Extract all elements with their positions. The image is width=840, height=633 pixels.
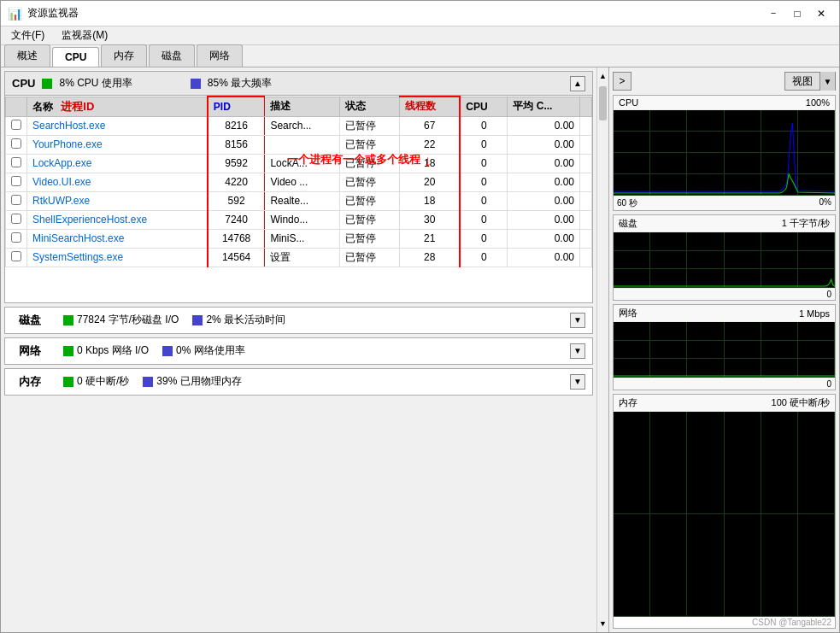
network-graph-title: 网络: [619, 307, 637, 319]
right-panel-header: > 视图 ▼: [613, 71, 836, 91]
network-graph-section: 网络 1 Mbps 0: [613, 304, 836, 390]
main-window: 📊 资源监视器 － □ ✕ 文件(F) 监视器(M) 概述 CPU 内存 磁盘 …: [0, 0, 840, 633]
row-checkbox[interactable]: [6, 191, 27, 210]
grid-cell: [614, 412, 650, 514]
network-expand-button[interactable]: ▼: [570, 343, 585, 359]
disk-graph-footer: 0: [614, 288, 835, 300]
row-status: 已暂停: [339, 135, 399, 154]
memory-graph-header: 内存 100 硬中断/秒: [614, 395, 835, 412]
row-avg: 0.00: [508, 191, 580, 210]
menu-file[interactable]: 文件(F): [4, 26, 51, 44]
memory-stat1-value: 0 硬中断/秒: [77, 374, 129, 389]
memory-blue-indicator: [143, 377, 153, 387]
table-row[interactable]: SystemSettings.exe 14564 设置 已暂停 28 0 0.0…: [6, 248, 592, 267]
row-pid: 14768: [208, 229, 265, 248]
row-desc: Search...: [265, 116, 339, 135]
watermark: CSDN @Tangable22: [614, 617, 835, 628]
right-expand-button[interactable]: >: [613, 72, 631, 91]
network-stat1: 0 Kbps 网络 I/O: [63, 343, 149, 358]
tab-disk[interactable]: 磁盘: [149, 44, 195, 67]
disk-expand-button[interactable]: ▼: [570, 313, 585, 328]
content-area: CPU 8% CPU 使用率 85% 最大频率 ▲ 一个进程有一个或多个线程 ↑: [1, 67, 839, 632]
grid-cell: [798, 412, 835, 514]
memory-graph-label: 100 硬中断/秒: [772, 396, 830, 409]
menu-monitor[interactable]: 监视器(M): [55, 26, 115, 44]
tab-memory[interactable]: 内存: [101, 44, 147, 67]
disk-stat2-value: 2% 最长活动时间: [206, 313, 285, 327]
row-checkbox[interactable]: [6, 248, 27, 267]
cpu-graph-percent: 100%: [806, 97, 830, 108]
cpu-graph-footer-left: 60 秒: [617, 197, 637, 209]
network-stats: 0 Kbps 网络 I/O 0% 网络使用率: [56, 343, 570, 358]
disk-graph-section: 磁盘 1 千字节/秒 0: [613, 214, 836, 301]
disk-graph-svg: [614, 232, 835, 288]
row-status: 已暂停: [339, 173, 399, 191]
row-desc: 设置: [265, 248, 339, 267]
table-row[interactable]: LockApp.exe 9592 LockA... 已暂停 18 0 0.00: [6, 154, 592, 173]
tab-overview[interactable]: 概述: [4, 44, 50, 67]
memory-expand-button[interactable]: ▼: [570, 374, 585, 390]
col-checkbox: [6, 97, 27, 116]
close-button[interactable]: ✕: [810, 5, 832, 22]
col-avg-header: 平均 C...: [508, 97, 580, 116]
cpu-section-header[interactable]: CPU 8% CPU 使用率 85% 最大频率 ▲: [5, 72, 592, 96]
row-status: 已暂停: [339, 248, 399, 267]
network-stat1-value: 0 Kbps 网络 I/O: [77, 343, 149, 358]
row-checkbox[interactable]: [6, 210, 27, 229]
network-title: 网络: [5, 343, 56, 359]
col-name-header: 名称 进程ID: [27, 97, 208, 116]
row-name: MiniSearchHost.exe: [27, 229, 208, 248]
grid-cell: [650, 412, 687, 514]
cpu-expand-button[interactable]: ▲: [570, 76, 585, 91]
maximize-button[interactable]: □: [786, 5, 808, 22]
disk-stat1: 77824 字节/秒磁盘 I/O: [63, 313, 179, 327]
table-row[interactable]: RtkUWP.exe 592 Realte... 已暂停 18 0 0.00: [6, 191, 592, 210]
tab-cpu[interactable]: CPU: [52, 47, 99, 67]
row-cpu: 0: [460, 229, 508, 248]
row-spacer: [580, 210, 592, 229]
table-row[interactable]: YourPhone.exe 8156 已暂停 22 0 0.00: [6, 135, 592, 154]
col-threads-header: 线程数: [399, 97, 460, 116]
network-graph-svg: [614, 322, 835, 378]
cpu-graph-footer: 60 秒 0%: [614, 196, 835, 210]
cpu-graph-header: CPU 100%: [614, 96, 835, 110]
view-dropdown-arrow[interactable]: ▼: [819, 72, 835, 91]
right-view-button[interactable]: 视图 ▼: [784, 72, 836, 91]
scrollbar-thumb[interactable]: [599, 86, 607, 120]
row-name: SearchHost.exe: [27, 116, 208, 135]
table-row[interactable]: MiniSearchHost.exe 14768 MiniS... 已暂停 21…: [6, 229, 592, 248]
col-pid-header: PID: [208, 97, 265, 116]
grid-cell: [761, 412, 798, 514]
grid-cell: [614, 514, 650, 617]
table-row[interactable]: SearchHost.exe 8216 Search... 已暂停 67 0 0…: [6, 116, 592, 135]
table-row[interactable]: Video.UI.exe 4220 Video ... 已暂停 20 0 0.0…: [6, 173, 592, 191]
row-desc: Windo...: [265, 210, 339, 229]
row-checkbox[interactable]: [6, 135, 27, 154]
row-cpu: 0: [460, 210, 508, 229]
row-checkbox[interactable]: [6, 229, 27, 248]
minimize-button[interactable]: －: [762, 5, 784, 22]
row-checkbox[interactable]: [6, 116, 27, 135]
cpu-blue-indicator: [191, 79, 201, 89]
row-pid: 14564: [208, 248, 265, 267]
row-spacer: [580, 191, 592, 210]
row-checkbox[interactable]: [6, 154, 27, 173]
main-scrollbar[interactable]: ▲ ▼: [596, 67, 608, 632]
row-spacer: [580, 173, 592, 191]
memory-stats: 0 硬中断/秒 39% 已用物理内存: [56, 374, 570, 389]
tab-network[interactable]: 网络: [197, 44, 243, 67]
row-checkbox[interactable]: [6, 173, 27, 191]
scrollbar-up[interactable]: ▲: [597, 67, 608, 85]
disk-stat2: 2% 最长活动时间: [192, 313, 285, 327]
cpu-stat1: 8% CPU 使用率: [59, 76, 132, 91]
row-status: 已暂停: [339, 191, 399, 210]
row-desc: [265, 135, 339, 154]
cpu-stat2: 85% 最大频率: [208, 76, 272, 91]
scrollbar-down[interactable]: ▼: [597, 615, 608, 632]
table-row[interactable]: ShellExperienceHost.exe 7240 Windo... 已暂…: [6, 210, 592, 229]
row-pid: 9592: [208, 154, 265, 173]
disk-green-indicator: [63, 315, 73, 325]
row-cpu: 0: [460, 248, 508, 267]
cpu-graph-svg: [614, 110, 835, 196]
network-graph-footer: 0: [614, 378, 835, 390]
